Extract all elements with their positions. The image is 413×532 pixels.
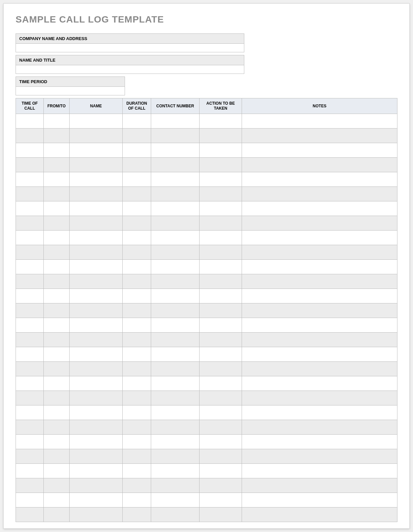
table-cell[interactable] [44,391,70,405]
table-cell[interactable] [242,507,397,522]
table-cell[interactable] [242,114,397,129]
table-cell[interactable] [151,289,200,303]
table-cell[interactable] [151,391,200,405]
table-cell[interactable] [70,507,123,522]
table-cell[interactable] [70,231,123,245]
table-cell[interactable] [242,449,397,464]
table-cell[interactable] [44,478,70,493]
table-cell[interactable] [44,114,70,129]
table-cell[interactable] [123,172,151,187]
table-cell[interactable] [123,245,151,260]
table-cell[interactable] [16,260,44,274]
table-cell[interactable] [200,333,242,347]
table-cell[interactable] [200,391,242,405]
table-cell[interactable] [123,274,151,289]
table-cell[interactable] [200,158,242,172]
table-cell[interactable] [44,260,70,274]
table-cell[interactable] [16,333,44,347]
table-cell[interactable] [151,143,200,158]
table-cell[interactable] [123,158,151,172]
table-cell[interactable] [70,449,123,464]
table-cell[interactable] [151,347,200,362]
table-cell[interactable] [200,478,242,493]
table-cell[interactable] [70,172,123,187]
table-cell[interactable] [151,420,200,435]
table-cell[interactable] [70,114,123,129]
table-cell[interactable] [200,114,242,129]
table-cell[interactable] [16,507,44,522]
table-cell[interactable] [123,231,151,245]
table-cell[interactable] [123,114,151,129]
table-cell[interactable] [70,245,123,260]
table-cell[interactable] [44,143,70,158]
table-cell[interactable] [151,245,200,260]
table-cell[interactable] [44,507,70,522]
table-cell[interactable] [70,391,123,405]
table-cell[interactable] [242,347,397,362]
table-cell[interactable] [123,493,151,507]
table-cell[interactable] [242,362,397,376]
table-cell[interactable] [123,303,151,318]
table-cell[interactable] [44,231,70,245]
table-cell[interactable] [44,376,70,391]
table-cell[interactable] [70,362,123,376]
table-cell[interactable] [151,464,200,478]
table-cell[interactable] [70,420,123,435]
table-cell[interactable] [151,260,200,274]
table-cell[interactable] [200,464,242,478]
table-cell[interactable] [70,318,123,333]
table-cell[interactable] [70,405,123,420]
table-cell[interactable] [242,493,397,507]
table-cell[interactable] [44,435,70,449]
table-cell[interactable] [16,318,44,333]
table-cell[interactable] [16,143,44,158]
table-cell[interactable] [242,318,397,333]
table-cell[interactable] [200,435,242,449]
table-cell[interactable] [151,362,200,376]
table-cell[interactable] [200,303,242,318]
table-cell[interactable] [123,435,151,449]
table-cell[interactable] [123,260,151,274]
table-cell[interactable] [151,114,200,129]
table-cell[interactable] [123,143,151,158]
table-cell[interactable] [123,449,151,464]
table-cell[interactable] [123,376,151,391]
table-cell[interactable] [123,391,151,405]
table-cell[interactable] [151,435,200,449]
table-cell[interactable] [242,464,397,478]
table-cell[interactable] [151,129,200,143]
table-cell[interactable] [16,362,44,376]
table-cell[interactable] [16,274,44,289]
table-cell[interactable] [44,129,70,143]
table-cell[interactable] [70,493,123,507]
table-cell[interactable] [200,318,242,333]
table-cell[interactable] [151,187,200,201]
table-cell[interactable] [200,405,242,420]
table-cell[interactable] [16,405,44,420]
table-cell[interactable] [200,347,242,362]
time-period-input[interactable] [16,87,125,95]
table-cell[interactable] [16,114,44,129]
table-cell[interactable] [70,274,123,289]
table-cell[interactable] [242,143,397,158]
table-cell[interactable] [242,478,397,493]
table-cell[interactable] [123,289,151,303]
table-cell[interactable] [200,362,242,376]
table-cell[interactable] [200,420,242,435]
table-cell[interactable] [70,333,123,347]
table-cell[interactable] [151,158,200,172]
table-cell[interactable] [123,347,151,362]
table-cell[interactable] [16,187,44,201]
table-cell[interactable] [242,187,397,201]
table-cell[interactable] [123,201,151,216]
table-cell[interactable] [242,420,397,435]
table-cell[interactable] [200,172,242,187]
table-cell[interactable] [44,201,70,216]
table-cell[interactable] [242,391,397,405]
table-cell[interactable] [44,420,70,435]
table-cell[interactable] [151,493,200,507]
table-cell[interactable] [151,333,200,347]
table-cell[interactable] [200,187,242,201]
table-cell[interactable] [242,216,397,231]
table-cell[interactable] [70,289,123,303]
